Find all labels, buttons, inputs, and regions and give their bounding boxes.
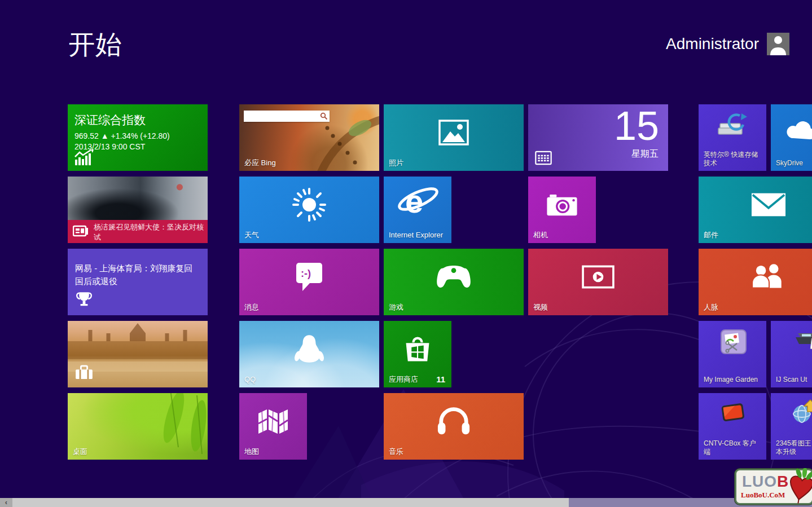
internet-explorer-logo-icon: e [396,181,440,221]
tile-qq[interactable]: QQ [239,321,379,387]
person-icon [767,33,789,55]
page-title: 开始 [68,27,122,63]
calendar-weekday: 星期五 [631,148,659,160]
tile-netease-sports[interactable]: 网易 - 上海体育局：刘翔康复回国后或退役 [68,249,208,315]
tile-label: CNTV-CBox 客户端 [704,439,762,456]
tile-video[interactable]: 视频 [528,249,668,315]
tile-my-image-garden[interactable]: My Image Garden [699,321,766,387]
svg-text::-): :-) [301,268,311,279]
svg-text:e: e [405,183,423,219]
scanner-icon [792,329,812,354]
tile-label: 必应 Bing [244,158,375,167]
tile-label: 2345看图王本升级 [776,439,812,456]
tile-label: 音乐 [389,447,519,456]
luobou-watermark: LUOB LuoBoU.CoM [735,469,812,505]
people-icon [750,263,787,290]
newspaper-icon [73,224,89,238]
calendar-day: 15 [614,105,659,146]
tile-store[interactable]: 应用商店 11 [384,321,451,387]
user-avatar [767,33,789,55]
tile-photos[interactable]: 照片 [384,104,524,171]
tile-label: Internet Explorer [389,231,447,240]
tile-music[interactable]: 音乐 [384,393,524,460]
photo-icon [438,119,469,146]
tile-skydrive[interactable]: SkyDrive [771,104,812,171]
scroll-left-button[interactable]: ‹ [0,498,12,507]
cloud-icon [783,117,812,142]
news-banner: 杨洁篪召见朝鲜大使：坚决反对核试 [68,220,208,243]
scrollbar-thumb[interactable] [12,498,569,507]
user-name: Administrator [666,35,759,53]
watermark-caption: LuoBoU.CoM [741,491,785,500]
tile-label: 人脉 [704,303,812,312]
xbox-controller-icon [435,264,472,290]
tile-calendar[interactable]: 15 星期五 [528,104,668,171]
watermark-letters-gray: LUO [742,473,777,490]
trophy-icon [75,290,93,308]
search-icon [320,112,328,120]
tile-intel-rapid-storage[interactable]: 英特尔® 快速存储技术 [699,104,766,171]
tile-travel-photo[interactable] [68,321,208,387]
tile-people[interactable]: 人脉 [699,249,812,315]
tile-desktop[interactable]: 桌面 [68,393,208,460]
suitcase-icon [74,365,94,380]
tile-weather[interactable]: 天气 [239,177,379,243]
tile-ij-scan-utility[interactable]: IJ Scan Ut [771,321,812,387]
tile-camera[interactable]: 相机 [528,177,596,243]
tile-label: 天气 [244,231,375,240]
mail-envelope-icon [751,192,786,217]
speech-bubble-icon: :-) [294,262,324,292]
start-screen: 开始 Administrator 深证综合指数 969.52 ▲ +1.34% … [0,0,812,507]
tile-label-line2: 本升级 [776,448,796,456]
tile-label: 视频 [533,303,664,312]
tile-label: 游戏 [389,303,519,312]
camera-icon [546,192,578,217]
tile-mail[interactable]: 邮件 [699,177,812,243]
tile-label: QQ [244,375,375,384]
tile-label: 邮件 [704,231,812,240]
calendar-grid-icon [535,151,552,165]
news-headline: 杨洁篪召见朝鲜大使：坚决反对核试 [94,222,204,242]
globe-update-icon [790,399,812,426]
cntv-cbox-icon [719,400,748,426]
tile-label: 英特尔® 快速存储技术 [704,151,762,167]
tile-messaging[interactable]: :-) 消息 [239,249,379,315]
tile-label: 照片 [389,158,519,167]
tile-label: 消息 [244,303,375,312]
tile-label: 相机 [533,231,591,240]
horizontal-scrollbar[interactable]: ‹ [0,498,812,507]
stock-price: 969.52 ▲ +1.34% (+12.80) [74,131,201,140]
penguin-icon [293,332,326,366]
tile-maps[interactable]: 地图 [239,393,307,460]
sun-icon [291,187,327,223]
tile-games[interactable]: 游戏 [384,249,524,315]
tile-2345-viewer-update[interactable]: 2345看图王本升级 [771,393,812,460]
bar-chart-icon [74,149,94,165]
store-update-badge: 11 [436,374,445,384]
radish-logo-icon [785,468,812,505]
tile-label: My Image Garden [704,376,762,384]
intel-storage-icon [716,112,748,138]
headphones-icon [436,407,471,436]
netease-headline: 网易 - 上海体育局：刘翔康复回国后或退役 [75,262,201,288]
store-bag-icon [402,334,433,364]
watermark-letters: LUOB [742,473,789,491]
map-icon [257,409,289,434]
tile-cntv-cbox[interactable]: CNTV-CBox 客户端 [699,393,766,460]
tile-internet-explorer[interactable]: e Internet Explorer [384,177,451,243]
tile-label: 地图 [244,447,302,456]
bing-search-box[interactable] [244,111,330,122]
my-image-garden-icon [720,329,747,355]
tile-label: IJ Scan Ut [776,376,812,384]
tile-stock-index[interactable]: 深证综合指数 969.52 ▲ +1.34% (+12.80) 2013/2/1… [68,104,208,171]
tile-label: 桌面 [73,447,203,456]
tile-bing[interactable]: 必应 Bing [239,104,379,171]
user-menu[interactable]: Administrator [666,33,789,55]
video-player-icon [582,265,615,289]
tile-label: SkyDrive [776,159,812,167]
stock-title: 深证综合指数 [74,112,201,128]
tile-label-line1: 2345看图王 [776,439,811,447]
tile-news[interactable]: 杨洁篪召见朝鲜大使：坚决反对核试 [68,177,208,243]
